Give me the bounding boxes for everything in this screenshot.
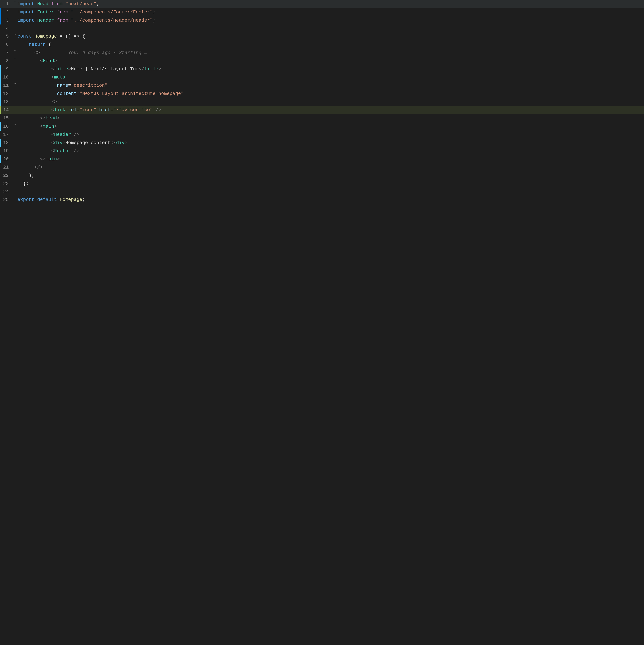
line-number: 15 [1,114,13,122]
line-number: 18 [1,139,13,147]
token-id-teal: Footer [37,10,57,15]
line-number: 16 [1,123,13,130]
token-tag: meta [54,75,65,80]
fold-arrow[interactable]: ⌄ [14,123,16,126]
token-tag-punct: </ [17,157,46,162]
line-content: /> [17,98,644,106]
line-number: 10 [1,73,13,81]
code-line: 22 ); [0,172,644,180]
token-tag: Header [54,132,74,137]
token-tag: main [43,124,54,129]
code-line: 13 /> [0,98,644,106]
token-tag-punct: < [17,66,54,71]
line-content: <Head> [17,57,644,65]
line-gutter[interactable]: ⌄ [13,0,17,3]
line-content: <Header /> [17,131,644,139]
code-line: 5⌄const Homepage = () => { [0,32,644,41]
token-tag-punct: > [54,124,57,129]
line-content: import Header from "../components/Header… [17,16,644,25]
token-tag-punct: </ [17,116,46,121]
fold-arrow[interactable]: ⌄ [14,57,16,60]
line-number: 21 [1,163,13,171]
token-tag: Head [43,58,54,63]
line-content: const Homepage = () => { [17,32,644,41]
fold-arrow[interactable]: ⌄ [14,32,16,35]
line-gutter[interactable]: ⌄ [13,32,17,35]
token-punct: ); [17,173,34,178]
code-line: 17 <Header /> [0,131,644,139]
token-tag: div [116,140,125,146]
fold-arrow[interactable]: ⌄ [14,0,16,3]
line-number: 13 [1,98,13,106]
fold-arrow[interactable]: ⌄ [14,81,16,84]
line-gutter[interactable]: ⌄ [13,81,17,84]
line-content: content="NextJs Layout architecture home… [17,90,644,98]
code-line: 19 <Footer /> [0,147,644,155]
code-line: 11⌄ name="descritpion" [0,81,644,90]
code-line: 7⌄ <> You, 6 days ago • Starting … [0,49,644,57]
line-number: 7 [1,49,13,57]
line-number: 11 [1,81,13,89]
token-str: "next/head" [65,1,96,7]
code-line: 12 content="NextJs Layout architecture h… [0,90,644,98]
token-id-teal: Head [37,1,51,7]
line-content: name="descritpion" [17,81,644,90]
line-content: <> You, 6 days ago • Starting … [17,49,644,57]
token-kw2: from [51,1,65,7]
line-number: 24 [1,188,13,196]
code-line: 10 <meta [0,73,644,81]
line-gutter[interactable]: ⌄ [13,123,17,126]
token-tag-punct: /> [153,107,161,113]
line-gutter[interactable]: ⌄ [13,57,17,60]
token-op: = [77,107,79,113]
code-line: 16⌄ <main> [0,123,644,131]
token-attr: name [17,83,68,88]
token-op: = [77,91,79,96]
line-content: import Head from "next/head"; [17,0,644,8]
token-punct: ; [96,1,99,7]
git-blame-ghost: You, 6 days ago • Starting … [40,50,147,55]
line-number: 23 [1,180,13,188]
token-punct: }; [17,181,29,186]
token-attr: content [17,91,77,96]
token-tag-punct: /> [74,148,79,154]
line-content: export default Homepage; [17,196,644,204]
code-line: 21 </> [0,163,644,172]
line-number: 1 [1,0,13,8]
token-tag: div [54,140,62,146]
code-line: 24 [0,188,644,196]
token-tag-punct: </ [111,140,116,146]
token-kw: return [17,42,48,47]
line-content: }; [17,180,644,188]
token-tag-punct: < [17,132,54,137]
line-content: </> [17,163,644,172]
code-line: 9 <title>Home | NextJs Layout Tut</title… [0,65,644,73]
line-content: <main> [17,123,644,131]
line-number: 8 [1,57,13,65]
token-tag-punct: > [68,66,71,71]
token-str: "../components/Footer/Footer" [71,10,153,15]
line-gutter[interactable]: ⌄ [13,49,17,52]
token-tag-punct: </> [17,165,43,170]
code-line: 25export default Homepage; [0,196,644,204]
fold-arrow[interactable]: ⌄ [14,49,16,52]
token-attr-val: "/favicon.ico" [113,107,153,113]
code-line: 8⌄ <Head> [0,57,644,65]
line-number: 4 [1,24,13,32]
token-text-content: Home | NextJs Layout Tut [71,66,139,71]
code-editor: 1⌄import Head from "next/head";2import F… [0,0,644,645]
code-line: 6 return ( [0,41,644,49]
token-id-yellow: Homepage [60,197,82,202]
line-number: 14 [1,106,13,114]
line-content [17,188,644,189]
token-str: "../components/Header/Header" [71,18,153,23]
token-tag-punct: < [17,148,54,154]
token-punct: ; [82,197,85,202]
token-tag: main [46,157,57,162]
token-tag-punct: < [17,58,43,63]
token-attr-val: "NextJs Layout architecture homepage" [79,91,184,96]
token-kw2: from [57,18,71,23]
token-tag: title [144,66,158,71]
token-tag-punct: /> [17,99,57,104]
token-tag: Head [46,116,57,121]
